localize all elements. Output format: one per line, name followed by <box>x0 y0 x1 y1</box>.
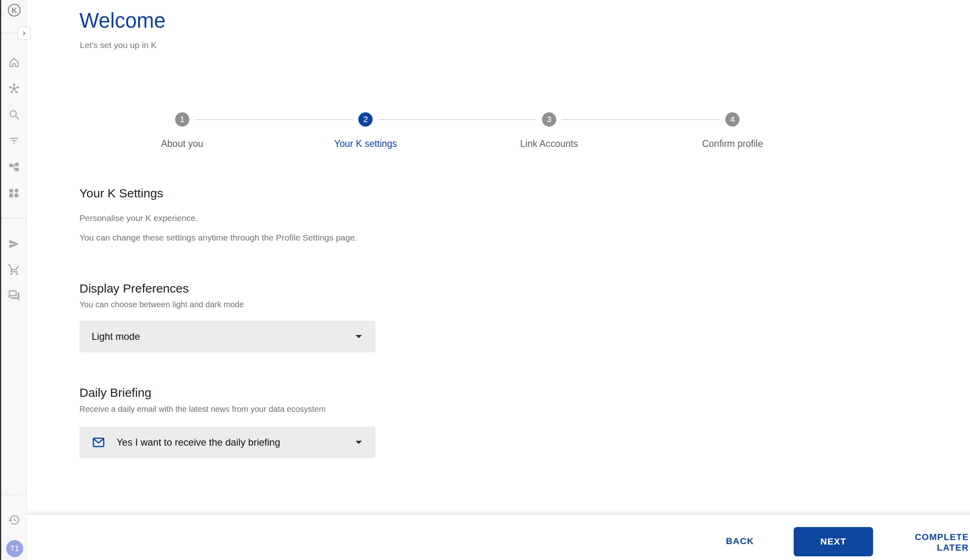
page-title: Welcome <box>79 9 166 33</box>
chat-icon <box>8 289 20 302</box>
sidebar: K <box>1 0 26 560</box>
sidebar-item-tree[interactable] <box>8 160 20 173</box>
step-link-accounts[interactable]: 3 Link Accounts <box>457 112 641 153</box>
mail-icon <box>92 435 105 449</box>
next-button[interactable]: NEXT <box>794 527 873 556</box>
sidebar-divider <box>1 218 26 219</box>
sidebar-item-hub[interactable] <box>8 82 20 95</box>
step-connector <box>562 119 720 120</box>
dashboard-icon <box>8 187 20 199</box>
sidebar-item-dashboard[interactable] <box>8 187 20 199</box>
avatar[interactable]: T1 <box>6 540 23 557</box>
dropdown-caret-icon <box>355 333 362 340</box>
display-preferences-heading: Display Preferences <box>79 282 189 295</box>
dropdown-caret-icon <box>355 439 362 446</box>
step-your-k-settings[interactable]: 2 Your K settings <box>274 112 458 153</box>
sidebar-item-filter[interactable] <box>8 134 20 147</box>
daily-briefing-selected-value: Yes I want to receive the daily briefing <box>105 437 280 448</box>
step-label: About you <box>161 138 203 149</box>
sidebar-item-search[interactable] <box>8 108 20 121</box>
sidebar-item-home[interactable] <box>8 56 20 69</box>
k-logo-icon[interactable]: K <box>7 3 21 17</box>
daily-briefing-select[interactable]: Yes I want to receive the daily briefing <box>79 427 375 458</box>
footer-action-bar: BACK NEXT COMPLETE LATER <box>27 514 970 560</box>
tree-icon <box>8 160 20 173</box>
svg-text:K: K <box>11 6 17 15</box>
step-number-badge: 3 <box>542 112 556 127</box>
sidebar-item-chat[interactable] <box>8 289 20 302</box>
sidebar-expand-button[interactable] <box>18 27 31 39</box>
display-mode-select[interactable]: Light mode <box>79 321 375 352</box>
step-connector <box>378 119 537 120</box>
step-number-badge: 1 <box>175 112 189 127</box>
chevron-right-icon <box>21 30 27 37</box>
send-icon <box>8 238 20 250</box>
home-icon <box>8 56 20 69</box>
display-preferences-description: You can choose between light and dark mo… <box>79 300 244 309</box>
sidebar-divider <box>1 494 26 495</box>
shopping-cart-icon <box>8 263 20 276</box>
history-icon <box>8 514 20 526</box>
settings-heading: Your K Settings <box>79 186 163 200</box>
step-connector <box>195 119 353 120</box>
daily-briefing-description: Receive a daily email with the latest ne… <box>79 405 326 414</box>
sidebar-item-send[interactable] <box>8 238 20 250</box>
sidebar-item-cart[interactable] <box>8 263 20 276</box>
filter-icon <box>8 134 20 147</box>
step-number-badge: 2 <box>358 112 373 127</box>
settings-description-line1: Personalise your K experience. <box>79 213 198 223</box>
back-button[interactable]: BACK <box>713 532 766 551</box>
stepper: 1 About you 2 Your K settings 3 Link Acc… <box>90 112 824 153</box>
step-number-badge: 4 <box>725 112 740 127</box>
step-label: Confirm profile <box>702 138 763 149</box>
daily-briefing-heading: Daily Briefing <box>79 386 151 400</box>
page-subtitle: Let's set you up in K <box>80 40 156 50</box>
step-confirm-profile[interactable]: 4 Confirm profile <box>641 112 825 153</box>
search-icon <box>8 108 20 121</box>
sidebar-item-history[interactable] <box>8 514 20 526</box>
step-label: Your K settings <box>334 138 397 149</box>
hub-icon <box>8 82 20 95</box>
sidebar-divider <box>1 33 19 33</box>
footer-shadow <box>27 509 970 514</box>
onboarding-page: K <box>0 0 970 560</box>
step-about-you[interactable]: 1 About you <box>90 112 274 153</box>
display-mode-selected-value: Light mode <box>79 331 140 342</box>
complete-later-button[interactable]: COMPLETE LATER <box>889 532 969 551</box>
settings-description-line2: You can change these settings anytime th… <box>79 233 357 243</box>
step-label: Link Accounts <box>520 138 578 149</box>
